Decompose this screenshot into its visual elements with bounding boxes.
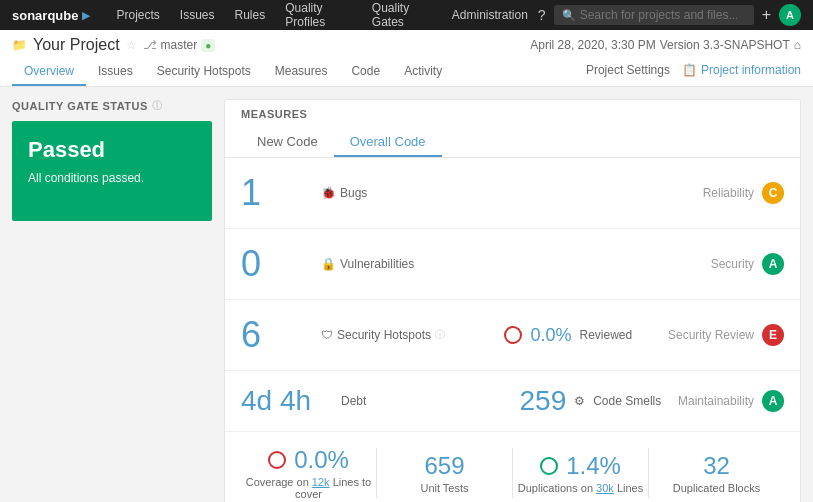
bugs-value: 1 [241,172,321,214]
hotspots-mid: 0.0% Reviewed [484,325,667,346]
code-smells-label: Code Smells [593,394,661,408]
duplicated-blocks-label: Duplicated Blocks [673,482,760,494]
tab-overall-code[interactable]: Overall Code [334,128,442,157]
branch-status-badge: ● [201,39,215,52]
metric-row-security-hotspots: 6 🛡 Security Hotspots ⓘ 0.0% Reviewed Se… [225,300,800,371]
measures-tabs: New Code Overall Code [241,128,784,157]
coverage-circle-icon [268,451,286,469]
coverage-label: Coverage on 12k Lines to cover [241,476,376,500]
hotspots-label: 🛡 Security Hotspots ⓘ [321,328,484,342]
reliability-rating: C [762,182,784,204]
measures-header: MEASURES New Code Overall Code [225,100,800,158]
nav-right: ? 🔍 + A [538,4,801,26]
star-icon[interactable]: ☆ [126,38,137,52]
measures-panel: MEASURES New Code Overall Code 1 🐞 Bugs … [224,99,801,502]
search-icon: 🔍 [562,9,576,22]
nav-issues[interactable]: Issues [170,0,225,30]
bugs-metric-right: Reliability C [703,182,784,204]
quality-gate-passed: Passed [28,137,196,163]
help-icon[interactable]: ? [538,7,546,23]
reliability-label: Reliability [703,186,754,200]
quality-gate-conditions: All conditions passed. [28,171,196,185]
unit-tests-label: Unit Tests [420,482,468,494]
reviewed-label: Reviewed [580,328,633,342]
debt-mid: 259 ⚙ Code Smells [499,385,677,417]
project-info-link[interactable]: 📋 Project information [682,63,801,77]
project-date-version: April 28, 2020, 3:30 PM Version 3.3-SNAP… [530,38,801,52]
project-title-row: 📁 Your Project ☆ ⎇ master ● April 28, 20… [12,36,801,54]
lock-icon: 🔒 [321,257,336,271]
hotspots-pct: 0.0% [530,325,571,346]
vuln-metric-right: Security A [711,253,784,275]
unit-tests-metric: 659 Unit Tests [377,452,512,494]
main-content: QUALITY GATE STATUS ⓘ Passed All conditi… [0,87,813,502]
bugs-label: 🐞 Bugs [321,186,703,200]
avatar[interactable]: A [779,4,801,26]
nav-rules[interactable]: Rules [225,0,276,30]
project-header: 📁 Your Project ☆ ⎇ master ● April 28, 20… [0,30,813,87]
add-button[interactable]: + [762,6,771,24]
quality-gate-status: Passed All conditions passed. [12,121,212,221]
tab-measures[interactable]: Measures [263,58,340,86]
logo-icon: ▶ [82,10,90,21]
hotspots-info-icon[interactable]: ⓘ [435,328,445,342]
tab-security-hotspots[interactable]: Security Hotspots [145,58,263,86]
quality-gate-panel: QUALITY GATE STATUS ⓘ Passed All conditi… [12,99,212,502]
lines-to-cover-link[interactable]: 12k [312,476,330,488]
logo[interactable]: sonarqube ▶ [12,8,90,23]
nav-administration[interactable]: Administration [442,0,538,30]
tab-new-code[interactable]: New Code [241,128,334,157]
project-title-left: 📁 Your Project ☆ ⎇ master ● [12,36,215,54]
search-input[interactable] [580,8,740,22]
duplicated-blocks-value: 32 [703,452,730,480]
debt-metric-right: Maintainability A [678,390,784,412]
unit-tests-value: 659 [424,452,464,480]
project-settings-link[interactable]: Project Settings [586,63,670,77]
tab-activity[interactable]: Activity [392,58,454,86]
project-name: Your Project [33,36,120,54]
duplications-value: 1.4% [566,452,621,480]
project-date: April 28, 2020, 3:30 PM [530,38,655,52]
branch-info: ⎇ master ● [143,38,216,52]
maintainability-rating: A [762,390,784,412]
maintainability-label: Maintainability [678,394,754,408]
quality-gate-info-icon[interactable]: ⓘ [152,99,163,113]
lines-link[interactable]: 30k [596,482,614,494]
sonarqube-logo-text: sonarqube [12,8,78,23]
duplications-metric: 1.4% Duplications on 30k Lines [513,452,648,494]
duplications-label: Duplications on 30k Lines [518,482,643,494]
code-smells-value: 259 [519,385,566,417]
bottom-metrics-row: 0.0% Coverage on 12k Lines to cover 659 … [225,432,800,502]
branch-icon: ⎇ [143,38,157,52]
shield-icon: 🛡 [321,328,333,342]
coverage-metric: 0.0% Coverage on 12k Lines to cover [241,446,376,500]
home-icon[interactable]: ⌂ [794,38,801,52]
metric-row-bugs: 1 🐞 Bugs Reliability C [225,158,800,229]
duplications-value-row: 1.4% [540,452,621,480]
security-review-label: Security Review [668,328,754,342]
nav-projects[interactable]: Projects [106,0,169,30]
vuln-value: 0 [241,243,321,285]
tab-overview[interactable]: Overview [12,58,86,86]
hotspots-value: 6 [241,314,321,356]
tab-code[interactable]: Code [339,58,392,86]
measures-title: MEASURES [241,108,784,120]
info-table-icon: 📋 [682,63,697,77]
main-nav: Projects Issues Rules Quality Profiles Q… [106,0,537,30]
nav-quality-gates[interactable]: Quality Gates [362,0,442,30]
tab-issues[interactable]: Issues [86,58,145,86]
duplicated-blocks-metric: 32 Duplicated Blocks [649,452,784,494]
coverage-value-row: 0.0% [268,446,349,474]
search-box[interactable]: 🔍 [554,5,754,25]
security-rating: A [762,253,784,275]
coverage-value: 0.0% [294,446,349,474]
project-tabs: Overview Issues Security Hotspots Measur… [12,58,454,86]
project-folder-icon: 📁 [12,38,27,52]
bug-icon: 🐞 [321,186,336,200]
project-version: Version 3.3-SNAPSHOT [660,38,790,52]
debt-value: 4d 4h [241,385,341,417]
debt-label: Debt [341,394,499,408]
circle-red-icon [504,326,522,344]
nav-quality-profiles[interactable]: Quality Profiles [275,0,362,30]
branch-name: master [161,38,198,52]
